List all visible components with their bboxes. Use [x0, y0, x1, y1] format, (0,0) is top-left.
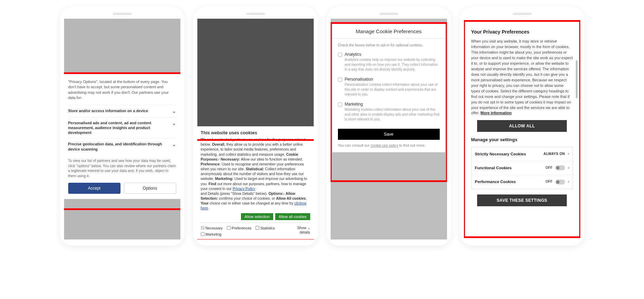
category-desc: Personalisation cookies collect informat…: [345, 82, 440, 97]
phone-mockup-2: This website uses cookies We and our tru…: [193, 7, 318, 246]
toggle-switch[interactable]: [555, 180, 565, 184]
panel-body: When you visit any website, it may store…: [471, 39, 573, 116]
category-desc: Analytics cookies help us improve our we…: [345, 57, 440, 72]
purpose-label: Precise geolocation data, and identifica…: [68, 142, 169, 152]
manage-settings-heading: Manage your settings: [471, 137, 573, 143]
more-information-link[interactable]: More information: [481, 111, 512, 115]
cookie-policy-link[interactable]: cookie use policy: [370, 143, 398, 147]
banner-title: This website uses cookies: [201, 130, 310, 136]
purpose-row[interactable]: Personalised ads and content, ad and con…: [68, 117, 176, 138]
personalisation-checkbox[interactable]: [338, 78, 342, 82]
cookie-consent-dialog: "Privacy Options", located at the bottom…: [64, 74, 180, 199]
chevron-right-icon: ›: [568, 151, 569, 157]
category-title: Analytics: [345, 52, 440, 57]
cookie-preferences-dialog: Manage Cookie Preferences Check the boxe…: [332, 24, 445, 152]
statistics-checkbox[interactable]: Statistics: [256, 226, 275, 230]
privacy-preferences-panel: Your Privacy Preferences When you visit …: [466, 22, 579, 236]
preferences-checkbox[interactable]: Preferences: [227, 226, 251, 230]
consent-footer-text: To view our list of partners and see how…: [68, 158, 176, 179]
cookie-banner: This website uses cookies We and our tru…: [197, 126, 314, 239]
dialog-intro: Check the boxes below to opt-in for opti…: [338, 43, 440, 47]
allow-all-cookies-button[interactable]: Allow all cookies: [275, 213, 310, 220]
row-label: Performance Cookies: [475, 179, 546, 185]
purpose-label: Personalised ads and content, ad and con…: [68, 120, 169, 135]
speaker-slot: [246, 13, 265, 15]
cookie-category-row: Analytics Analytics cookies help us impr…: [338, 52, 440, 72]
category-title: Marketing: [345, 102, 440, 107]
chevron-down-icon: ⌄: [172, 120, 176, 126]
options-button[interactable]: Options: [124, 183, 176, 194]
settings-list: Strictly Necessary Cookies ALWAYS ON › F…: [471, 147, 573, 189]
speaker-slot: [512, 13, 531, 15]
speaker-slot: [379, 13, 398, 15]
phone-mockup-1: "Privacy Options", located at the bottom…: [60, 7, 185, 246]
settings-row-functional[interactable]: Functional Cookies OFF ›: [472, 161, 573, 175]
cookie-category-row: Personalisation Personalisation cookies …: [338, 77, 440, 97]
chevron-down-icon: ⌄: [172, 108, 176, 114]
settings-row-performance[interactable]: Performance Cookies OFF ›: [472, 175, 573, 189]
allow-selection-button[interactable]: Allow selection: [241, 213, 273, 220]
marketing-checkbox[interactable]: [338, 102, 342, 107]
chevron-down-icon: ⌄: [172, 142, 176, 147]
analytics-checkbox[interactable]: [338, 53, 342, 57]
accept-button[interactable]: Accept: [68, 183, 120, 194]
speaker-slot: [113, 13, 132, 15]
toggle-state-label: OFF: [546, 179, 553, 184]
purpose-label: Store and/or access information on a dev…: [68, 108, 169, 113]
phone-mockup-3: Manage Cookie Preferences Check the boxe…: [327, 7, 451, 246]
chevron-right-icon: ›: [568, 165, 569, 171]
allow-all-button[interactable]: ALLOW ALL: [477, 120, 567, 132]
category-desc: Marketing cookies collect information ab…: [345, 107, 440, 122]
always-on-label: ALWAYS ON: [544, 152, 565, 157]
purpose-row[interactable]: Precise geolocation data, and identifica…: [68, 138, 176, 155]
settings-row-strictly-necessary[interactable]: Strictly Necessary Cookies ALWAYS ON ›: [472, 147, 573, 161]
dialog-footer: You can consult our cookie use policy to…: [338, 143, 440, 147]
necessary-checkbox[interactable]: Necessary: [201, 226, 223, 230]
show-details-toggle[interactable]: Show ⌄ details: [297, 226, 310, 235]
chevron-right-icon: ›: [568, 179, 569, 185]
row-label: Functional Cookies: [475, 165, 546, 171]
save-button[interactable]: Save: [338, 129, 440, 140]
row-label: Strictly Necessary Cookies: [475, 151, 544, 157]
scrollbar[interactable]: [576, 60, 578, 98]
banner-body: We and our trusted partners use cookies …: [201, 137, 310, 211]
dialog-title: Manage Cookie Preferences: [332, 28, 445, 39]
toggle-switch[interactable]: [555, 165, 565, 170]
privacy-policy-link[interactable]: Privacy Policy: [233, 187, 255, 191]
category-title: Personalisation: [345, 77, 440, 82]
save-settings-button[interactable]: SAVE THESE SETTINGS: [477, 194, 567, 206]
purpose-row[interactable]: Store and/or access information on a dev…: [68, 105, 176, 117]
phone-mockup-4: Your Privacy Preferences When you visit …: [460, 7, 584, 246]
panel-title: Your Privacy Preferences: [471, 28, 573, 35]
chevron-down-icon: ⌄: [307, 226, 310, 230]
consent-intro-text: "Privacy Options", located at the bottom…: [68, 79, 176, 101]
toggle-state-label: OFF: [546, 165, 553, 171]
cookie-category-row: Marketing Marketing cookies collect info…: [338, 102, 440, 122]
marketing-checkbox[interactable]: Marketing: [201, 232, 310, 237]
